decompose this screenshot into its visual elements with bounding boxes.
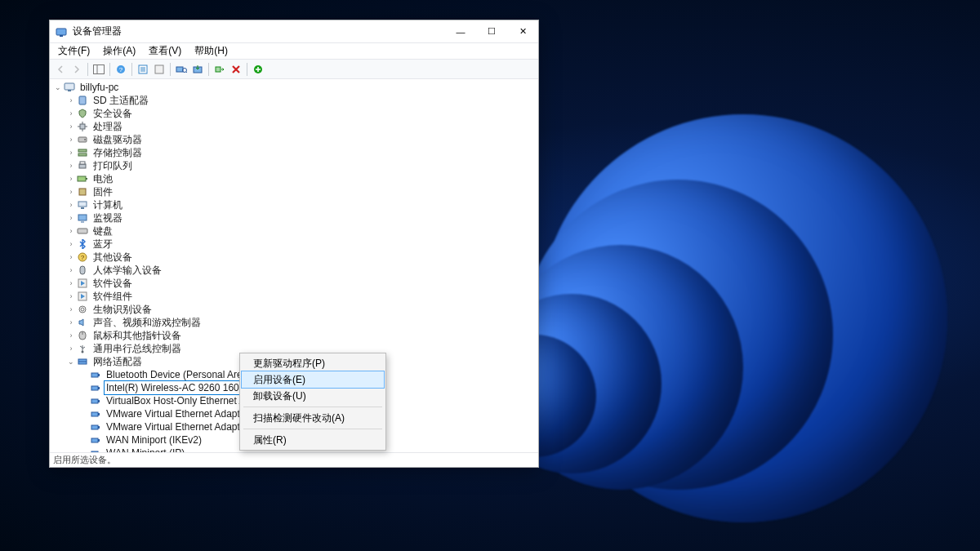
software-icon xyxy=(76,278,89,289)
device-category[interactable]: ›安全设备 xyxy=(53,107,535,120)
menu-view[interactable]: 查看(V) xyxy=(145,43,185,59)
ctx-scan-hardware-changes[interactable]: 扫描检测硬件改动(A) xyxy=(242,410,384,426)
node-label: 软件设备 xyxy=(91,277,134,290)
menu-help[interactable]: 帮助(H) xyxy=(191,43,231,59)
context-menu: 更新驱动程序(P) 启用设备(E) 卸载设备(U) 扫描检测硬件改动(A) 属性… xyxy=(239,353,386,451)
window-title: 设备管理器 xyxy=(73,24,445,38)
expander-icon[interactable]: › xyxy=(66,277,76,290)
svg-rect-34 xyxy=(78,202,87,207)
device-category[interactable]: ›键盘 xyxy=(53,224,535,238)
svg-point-46 xyxy=(79,306,86,313)
tree-root[interactable]: ⌄billyfu-pc xyxy=(53,81,535,94)
expander-icon[interactable]: ⌄ xyxy=(53,81,63,94)
expander-icon[interactable]: › xyxy=(66,185,76,198)
bio-icon xyxy=(76,304,89,315)
expander-icon[interactable]: › xyxy=(66,159,76,172)
svg-rect-17 xyxy=(65,83,74,90)
svg-rect-11 xyxy=(176,67,183,72)
computer-icon xyxy=(63,82,76,93)
expander-icon[interactable]: › xyxy=(66,146,76,159)
bluetooth-icon xyxy=(76,238,89,250)
show-hide-console-tree-button[interactable] xyxy=(91,62,106,77)
update-driver-toolbar-button[interactable] xyxy=(190,62,205,77)
expander-icon[interactable]: › xyxy=(66,238,76,251)
device-category[interactable]: ›监视器 xyxy=(53,211,535,224)
device-category[interactable]: ›固件 xyxy=(53,185,535,198)
expander-icon[interactable]: › xyxy=(66,94,76,107)
expander-icon[interactable]: › xyxy=(66,264,76,277)
adapter-icon xyxy=(89,395,102,407)
device-category[interactable]: ›鼠标和其他指针设备 xyxy=(53,329,535,342)
app-icon xyxy=(55,25,68,38)
device-category[interactable]: ›磁盘驱动器 xyxy=(53,133,535,146)
svg-point-26 xyxy=(84,139,86,140)
uninstall-device-button[interactable] xyxy=(229,62,243,77)
properties-button[interactable] xyxy=(136,62,150,77)
expander-icon[interactable]: › xyxy=(66,133,76,146)
expander-icon[interactable]: › xyxy=(66,303,76,316)
device-category[interactable]: ›SD 主适配器 xyxy=(53,94,535,107)
device-category[interactable]: ›打印队列 xyxy=(53,159,535,172)
action-toolbar-button[interactable] xyxy=(152,62,167,77)
device-category[interactable]: ›软件设备 xyxy=(53,277,535,290)
expander-icon[interactable]: › xyxy=(66,224,76,238)
add-legacy-hardware-button[interactable] xyxy=(251,62,265,77)
expander-icon[interactable]: › xyxy=(66,211,76,224)
svg-line-13 xyxy=(186,72,187,73)
svg-rect-63 xyxy=(98,426,100,429)
device-category[interactable]: ›人体学输入设备 xyxy=(53,264,535,277)
scan-hardware-button[interactable] xyxy=(174,62,189,77)
expander-icon[interactable]: ⌄ xyxy=(66,355,76,368)
monitor-icon xyxy=(76,212,89,224)
menu-action[interactable]: 操作(A) xyxy=(100,43,139,59)
device-category[interactable]: ›蓝牙 xyxy=(53,238,535,251)
expander-icon[interactable]: › xyxy=(66,120,76,133)
adapter-icon xyxy=(89,421,102,433)
node-label: 其他设备 xyxy=(91,251,134,264)
cpu-icon xyxy=(76,121,89,132)
device-category[interactable]: ›计算机 xyxy=(53,198,535,211)
expander-icon[interactable]: › xyxy=(66,107,76,120)
node-label: WAN Miniport (IP) xyxy=(105,447,186,452)
adapter-icon xyxy=(89,434,102,446)
svg-rect-29 xyxy=(79,164,86,168)
ctx-properties[interactable]: 属性(R) xyxy=(242,432,384,448)
enable-device-button[interactable] xyxy=(212,62,227,77)
forward-button[interactable] xyxy=(69,62,84,77)
expander-icon[interactable]: › xyxy=(66,251,76,264)
mouse-icon xyxy=(76,330,89,341)
device-category[interactable]: ›存储控制器 xyxy=(53,146,535,159)
expander-icon[interactable]: › xyxy=(66,198,76,211)
device-category[interactable]: ›软件组件 xyxy=(53,290,535,303)
help-button[interactable]: ? xyxy=(114,62,128,77)
device-category[interactable]: ›处理器 xyxy=(53,120,535,133)
node-label: 软件组件 xyxy=(91,290,134,303)
expander-icon[interactable]: › xyxy=(66,342,76,355)
svg-rect-20 xyxy=(80,124,85,129)
svg-rect-57 xyxy=(98,387,100,389)
node-label: 固件 xyxy=(91,185,114,198)
svg-rect-30 xyxy=(80,162,85,164)
device-category[interactable]: ›?其他设备 xyxy=(53,251,535,264)
node-label: WAN Miniport (IKEv2) xyxy=(105,433,203,447)
toolbar: ? xyxy=(50,60,538,79)
firmware-icon xyxy=(76,186,89,198)
ctx-update-driver[interactable]: 更新驱动程序(P) xyxy=(242,355,384,371)
device-category[interactable]: ›电池 xyxy=(53,172,535,185)
ctx-enable-device[interactable]: 启用设备(E) xyxy=(242,371,384,388)
device-category[interactable]: ›生物识别设备 xyxy=(53,303,535,316)
back-button[interactable] xyxy=(53,62,68,77)
device-manager-window: 设备管理器 — ☐ ✕ 文件(F) 操作(A) 查看(V) 帮助(H) ? ⌄b… xyxy=(49,20,539,468)
minimize-button[interactable]: — xyxy=(445,20,476,42)
menu-file[interactable]: 文件(F) xyxy=(55,43,93,59)
software-icon xyxy=(76,291,89,302)
titlebar[interactable]: 设备管理器 — ☐ ✕ xyxy=(50,20,538,43)
expander-icon[interactable]: › xyxy=(66,172,76,185)
expander-icon[interactable]: › xyxy=(66,316,76,329)
close-button[interactable]: ✕ xyxy=(507,20,538,42)
maximize-button[interactable]: ☐ xyxy=(476,20,507,42)
expander-icon[interactable]: › xyxy=(66,329,76,342)
expander-icon[interactable]: › xyxy=(66,290,76,303)
device-category[interactable]: ›声音、视频和游戏控制器 xyxy=(53,316,535,329)
ctx-uninstall-device[interactable]: 卸载设备(U) xyxy=(242,388,384,404)
